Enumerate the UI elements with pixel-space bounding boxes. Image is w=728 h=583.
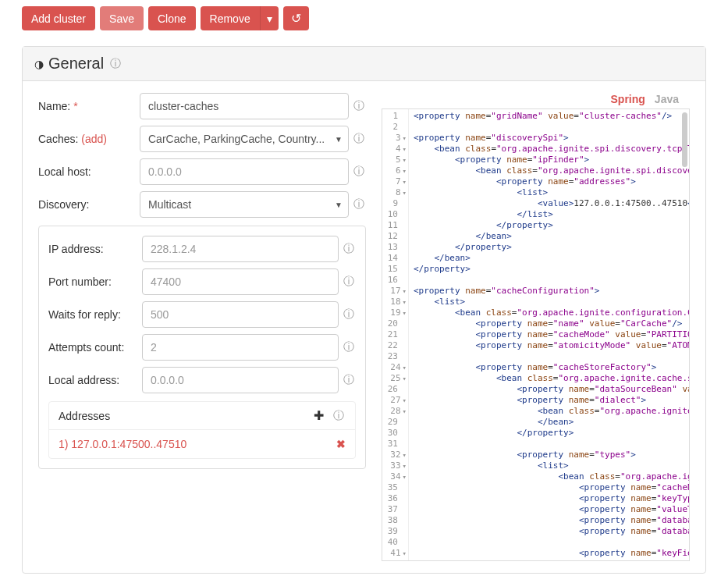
help-icon[interactable]: ⓘ — [352, 197, 366, 212]
tab-java[interactable]: Java — [655, 93, 679, 105]
code-line[interactable]: <value>127.0.0.1:47500..47510</v — [414, 198, 684, 209]
code-line[interactable] — [414, 122, 684, 133]
line-number: 14 — [382, 253, 408, 264]
help-icon[interactable]: ⓘ — [352, 99, 366, 113]
name-input[interactable] — [140, 93, 349, 119]
code-line[interactable]: <property name="addresses"> — [414, 176, 684, 187]
port-input[interactable] — [142, 268, 339, 295]
code-line[interactable]: <property name="cacheNam — [414, 482, 684, 493]
fold-icon[interactable]: ▾ — [403, 548, 407, 559]
caches-label: Caches: (add) — [38, 133, 140, 145]
fold-icon[interactable]: ▾ — [403, 176, 407, 187]
fold-icon[interactable]: ▾ — [403, 297, 407, 307]
code-editor[interactable]: 123▾4▾5▾6▾7▾8▾91011121314151617▾18▾19▾20… — [382, 108, 690, 561]
code-line[interactable]: <bean class="org.apache.ignite.spi.disco… — [414, 165, 684, 176]
fold-icon[interactable]: ▾ — [403, 307, 407, 318]
code-line[interactable]: <bean class="org.apache.ignite.configura… — [414, 307, 684, 318]
code-line[interactable]: <property name="types"> — [414, 450, 684, 460]
code-line[interactable]: <property name="valueTyp — [414, 504, 684, 515]
localhost-input[interactable] — [140, 158, 349, 185]
code-line[interactable]: <property name="dataSourceBean" valu — [414, 384, 684, 395]
code-line[interactable]: <list> — [414, 460, 684, 471]
code-line[interactable]: <property name="database — [414, 526, 684, 537]
code-line[interactable]: <property name="cacheMode" value="PARTIT… — [414, 329, 684, 340]
code-line[interactable]: </property> — [414, 264, 684, 275]
caches-select[interactable] — [140, 126, 349, 152]
help-icon[interactable]: ⓘ — [342, 242, 356, 256]
line-number: 36 — [382, 493, 408, 504]
code-line[interactable]: </bean> — [414, 253, 684, 264]
fold-icon[interactable]: ▾ — [403, 460, 407, 471]
address-text: 1) 127.0.0.1:47500..47510 — [59, 438, 336, 450]
code-line[interactable] — [414, 537, 684, 548]
fold-icon[interactable]: ▾ — [403, 155, 407, 165]
fold-icon[interactable]: ▾ — [403, 133, 407, 144]
help-icon[interactable]: ⓘ — [332, 409, 346, 423]
code-line[interactable]: </property> — [414, 428, 684, 439]
code-line[interactable] — [414, 351, 684, 362]
code-line[interactable]: <property name="keyType" — [414, 493, 684, 504]
scrollbar[interactable] — [682, 112, 687, 167]
fold-icon[interactable]: ▾ — [403, 165, 407, 176]
fold-icon[interactable]: ▾ — [403, 450, 407, 460]
code-line[interactable]: <property name="gridName" value="cluster… — [414, 111, 684, 122]
fold-icon[interactable]: ▾ — [403, 395, 407, 406]
help-icon[interactable]: ⓘ — [342, 307, 356, 322]
code-line[interactable]: <list> — [414, 559, 684, 560]
code-line[interactable]: </bean> — [414, 417, 684, 428]
fold-icon[interactable]: ▾ — [403, 559, 407, 561]
code-line[interactable]: <property name="cacheStoreFactory"> — [414, 362, 684, 373]
code-line[interactable]: <bean class="org.apache.igni — [414, 471, 684, 482]
fold-icon[interactable]: ▾ — [403, 471, 407, 482]
save-button[interactable]: Save — [100, 6, 144, 30]
fold-icon[interactable]: ▾ — [403, 373, 407, 384]
code-line[interactable]: <property name="ipFinder"> — [414, 155, 684, 165]
discovery-select[interactable] — [140, 191, 349, 218]
remove-button[interactable]: Remove — [201, 6, 260, 30]
code-line[interactable]: <property name="dialect"> — [414, 395, 684, 406]
code-line[interactable]: </property> — [414, 242, 684, 253]
attempts-input[interactable] — [142, 334, 339, 361]
fold-icon[interactable]: ▾ — [403, 362, 407, 373]
help-icon[interactable]: ⓘ — [352, 132, 366, 146]
help-icon[interactable]: ⓘ — [342, 373, 356, 387]
code-line[interactable]: <property name="atomicityMode" value="AT… — [414, 340, 684, 351]
code-line[interactable]: <bean class="org.apache.ignite.spi.disco… — [414, 144, 684, 155]
help-icon[interactable]: ⓘ — [342, 340, 356, 354]
help-icon[interactable]: ⓘ — [342, 275, 356, 289]
code-line[interactable]: <property name="discoverySpi"> — [414, 133, 684, 144]
code-line[interactable]: </bean> — [414, 231, 684, 242]
fold-icon[interactable]: ▾ — [403, 406, 407, 417]
fold-icon[interactable]: ▾ — [403, 144, 407, 155]
ip-input[interactable] — [142, 236, 339, 262]
code-line[interactable]: </property> — [414, 220, 684, 231]
code-line[interactable] — [414, 275, 684, 286]
fold-icon[interactable]: ▾ — [403, 286, 407, 297]
fold-icon[interactable]: ▾ — [403, 187, 407, 198]
code-line[interactable]: <bean class="org.apache.ignite.c — [414, 406, 684, 417]
line-number: 3▾ — [382, 133, 408, 144]
localaddr-label: Local address: — [48, 374, 142, 386]
caches-add-link[interactable]: (add) — [81, 133, 107, 145]
tab-spring[interactable]: Spring — [611, 93, 645, 105]
remove-address-icon[interactable]: ✖ — [336, 438, 346, 450]
code-line[interactable] — [414, 439, 684, 450]
code-line[interactable]: <list> — [414, 187, 684, 198]
add-cluster-button[interactable]: Add cluster — [22, 6, 95, 30]
code-line[interactable]: <list> — [414, 297, 684, 307]
code-line[interactable]: </list> — [414, 209, 684, 220]
plus-icon[interactable]: ✚ — [314, 408, 324, 423]
help-icon[interactable]: ⓘ — [110, 57, 121, 71]
waits-input[interactable] — [142, 301, 339, 328]
code-line[interactable]: <bean class="org.apache.ignite.cache.stc — [414, 373, 684, 384]
undo-button[interactable]: ↺ — [283, 6, 309, 30]
code-line[interactable]: <property name="cacheConfiguration"> — [414, 286, 684, 297]
code-line[interactable]: <property name="name" value="CarCache"/> — [414, 318, 684, 329]
panel-header[interactable]: ◑ General ⓘ — [23, 47, 705, 81]
remove-dropdown-button[interactable]: ▾ — [260, 6, 279, 30]
clone-button[interactable]: Clone — [148, 6, 196, 30]
localaddr-input[interactable] — [142, 367, 339, 393]
code-line[interactable]: <property name="database — [414, 515, 684, 526]
code-line[interactable]: <property name="keyField — [414, 548, 684, 559]
help-icon[interactable]: ⓘ — [352, 165, 366, 179]
